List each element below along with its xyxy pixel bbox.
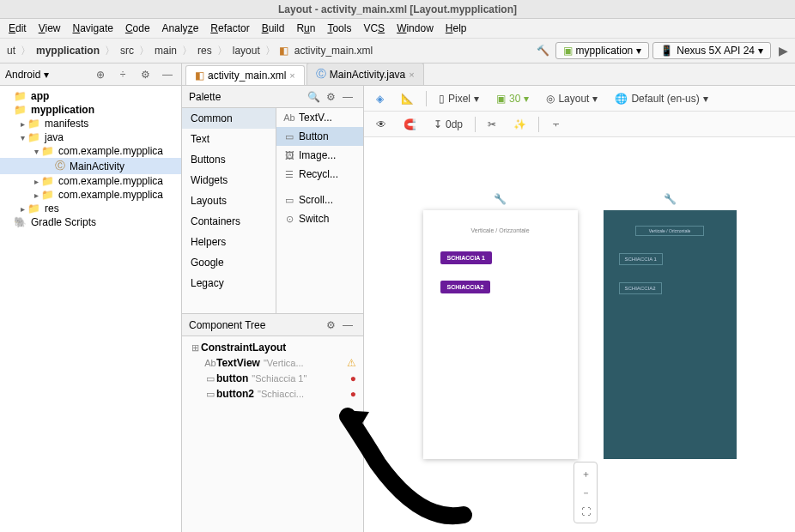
design-preview[interactable]: 🔧 Verticale / Orizzontale SCHIACCIA 1 SC… <box>423 210 578 459</box>
blueprint-button1[interactable]: SCHIACCIA 1 <box>619 253 663 265</box>
gear-icon[interactable]: ⚙ <box>322 88 339 106</box>
component-tree-node[interactable]: ⊞ ConstraintLayout <box>185 340 360 355</box>
menu-navigate[interactable]: Navigate <box>68 21 118 36</box>
menu-refactor[interactable]: Refactor <box>205 21 254 36</box>
guidelines-button[interactable]: ⫟ <box>546 117 567 132</box>
tab-activity-main[interactable]: ◧ activity_main.xml × <box>185 65 305 85</box>
project-view-combo[interactable]: Android ▾ <box>5 69 49 81</box>
menu-tools[interactable]: Tools <box>322 21 356 36</box>
menu-bar: EEditdit View Navigate Code Analyze Refa… <box>0 19 795 38</box>
palette-item[interactable]: ☰Recycl... <box>276 165 363 184</box>
palette-item[interactable]: 🖼Image... <box>276 146 363 165</box>
project-tree-node[interactable]: ▸📁com.example.mypplica <box>0 188 181 202</box>
preview-button2[interactable]: SCHIACCIA2 <box>440 281 491 293</box>
preview-textview[interactable]: Verticale / Orizzontale <box>440 227 561 233</box>
menu-analyze[interactable]: Analyze <box>157 21 204 36</box>
menu-code[interactable]: Code <box>120 21 155 36</box>
divide-icon[interactable]: ÷ <box>114 66 131 83</box>
project-tree-node[interactable]: ▾📁java <box>0 130 181 144</box>
bc-item[interactable]: mypplication <box>33 43 103 58</box>
blueprint-button2[interactable]: SCHIACCIA2 <box>619 282 662 294</box>
project-tree-node[interactable]: 📁mypplication <box>0 103 181 117</box>
project-tree-node[interactable]: 🐘Gradle Scripts <box>0 215 181 229</box>
wrench-icon: 🔧 <box>664 193 677 205</box>
menu-view[interactable]: View <box>33 21 66 36</box>
zoom-out-button[interactable]: － <box>578 485 593 500</box>
run-button[interactable]: ▶ <box>774 42 792 59</box>
bc-item[interactable]: layout <box>229 43 264 58</box>
component-tree-node[interactable]: Ab TextView "Vertica...⚠ <box>185 355 360 371</box>
bc-item[interactable]: src <box>117 43 137 58</box>
menu-vcs[interactable]: VCS <box>358 21 390 36</box>
palette-item[interactable]: ▭Button <box>276 127 363 146</box>
zoom-fit-button[interactable]: ⛶ <box>578 504 593 519</box>
api-select[interactable]: ▣ 30 ▾ <box>491 91 534 106</box>
bc-item[interactable]: activity_main.xml <box>291 43 376 58</box>
close-icon[interactable]: × <box>409 70 414 80</box>
project-tree-node[interactable]: 📁app <box>0 89 181 103</box>
clear-constraints-button[interactable]: ✂ <box>482 117 501 132</box>
project-panel: Android ▾ ⊕ ÷ ⚙ — 📁app📁mypplication▸📁man… <box>0 63 182 532</box>
minimize-icon[interactable]: — <box>339 317 356 334</box>
xml-file-icon: ◧ <box>277 44 291 57</box>
search-icon[interactable]: 🔍 <box>305 88 322 106</box>
project-tree-node[interactable]: ▸📁res <box>0 202 181 215</box>
project-tree-node[interactable]: ⒸMainActivity <box>0 158 181 174</box>
hammer-icon[interactable]: 🔨 <box>535 42 552 59</box>
device-icon: 📱 <box>660 45 673 57</box>
palette-category[interactable]: Common <box>182 108 276 129</box>
locale-select[interactable]: 🌐 Default (en-us) ▾ <box>610 91 713 106</box>
palette-item[interactable]: AbTextV... <box>276 108 363 127</box>
theme-select[interactable]: ◎ Layout ▾ <box>541 91 603 106</box>
bc-item[interactable]: ut <box>3 43 19 58</box>
infer-constraints-button[interactable]: ✨ <box>508 117 531 132</box>
minimize-icon[interactable]: — <box>339 88 356 106</box>
preview-button1[interactable]: SCHIACCIA 1 <box>440 251 492 264</box>
palette-category[interactable]: Text <box>182 129 276 149</box>
palette-item[interactable] <box>276 184 363 190</box>
zoom-in-button[interactable]: ＋ <box>578 466 593 481</box>
minimize-icon[interactable]: — <box>159 66 176 83</box>
project-tree-node[interactable]: ▾📁com.example.mypplica <box>0 144 181 158</box>
palette-category[interactable]: Google <box>182 252 276 273</box>
blueprint-textview[interactable]: Verticale / Orizzontale <box>635 226 704 236</box>
target-icon[interactable]: ⊕ <box>92 66 109 83</box>
palette-category[interactable]: Helpers <box>182 232 276 252</box>
palette-category[interactable]: Buttons <box>182 149 276 170</box>
project-tree-node[interactable]: ▸📁com.example.mypplica <box>0 174 181 188</box>
error-icon: ● <box>350 372 356 384</box>
component-tree-node[interactable]: ▭ button2 "Schiacci...● <box>185 386 360 402</box>
default-margin[interactable]: ↧ 0dp <box>428 117 468 132</box>
palette-item[interactable]: ▭Scroll... <box>276 190 363 209</box>
palette-title: Palette <box>189 91 305 103</box>
menu-build[interactable]: Build <box>257 21 290 36</box>
navigation-toolbar: ut〉 mypplication〉 src〉 main〉 res〉 layout… <box>0 38 795 63</box>
blueprint-preview[interactable]: 🔧 Verticale / Orizzontale SCHIACCIA 1 SC… <box>604 210 737 459</box>
orientation-button[interactable]: 📐 <box>396 91 419 106</box>
palette-category[interactable]: Widgets <box>182 170 276 190</box>
palette-item[interactable]: ⊙Switch <box>276 209 363 228</box>
palette-category[interactable]: Containers <box>182 211 276 232</box>
bc-item[interactable]: res <box>194 43 215 58</box>
menu-run[interactable]: Run <box>291 21 320 36</box>
design-mode-button[interactable]: ◈ <box>371 91 389 106</box>
gear-icon[interactable]: ⚙ <box>322 317 339 334</box>
menu-help[interactable]: Help <box>440 21 472 36</box>
palette-category[interactable]: Legacy <box>182 273 276 293</box>
menu-window[interactable]: Window <box>391 21 439 36</box>
component-tree-node[interactable]: ▭ button "Schiaccia 1"● <box>185 371 360 386</box>
gear-icon[interactable]: ⚙ <box>137 66 154 83</box>
tab-mainactivity[interactable]: Ⓒ MainActivity.java × <box>306 63 424 85</box>
bc-item[interactable]: main <box>151 43 180 58</box>
magnet-button[interactable]: 🧲 <box>398 117 422 132</box>
component-tree-title: Component Tree <box>189 319 322 331</box>
palette-category[interactable]: Layouts <box>182 190 276 211</box>
visibility-button[interactable]: 👁 <box>371 117 391 132</box>
run-config-combo[interactable]: ▣ mypplication ▾ <box>555 42 650 59</box>
chevron-down-icon: ▾ <box>758 45 763 57</box>
menu-edit[interactable]: EEditdit <box>3 21 32 36</box>
device-combo[interactable]: 📱 Nexus 5X API 24 ▾ <box>652 42 771 59</box>
project-tree-node[interactable]: ▸📁manifests <box>0 117 181 130</box>
device-select[interactable]: ▯ Pixel ▾ <box>434 91 484 106</box>
close-icon[interactable]: × <box>289 70 294 81</box>
